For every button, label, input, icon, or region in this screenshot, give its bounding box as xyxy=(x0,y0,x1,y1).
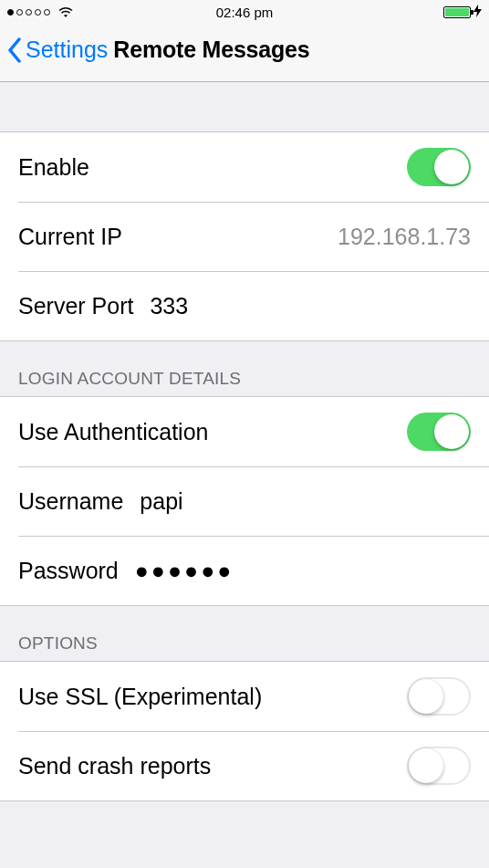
crash-reports-switch[interactable] xyxy=(407,747,471,785)
password-row[interactable]: Password ●●●●●● xyxy=(0,536,489,605)
page-title: Remote Messages xyxy=(113,37,309,63)
status-left xyxy=(7,5,74,18)
navigation-bar: Settings Remote Messages xyxy=(0,24,489,82)
password-value[interactable]: ●●●●●● xyxy=(135,558,234,584)
server-port-value[interactable]: 333 xyxy=(150,293,188,319)
options-group: Use SSL (Experimental) Send crash report… xyxy=(0,661,489,801)
current-ip-value: 192.168.1.73 xyxy=(338,224,471,250)
use-auth-label: Use Authentication xyxy=(18,419,208,445)
signal-strength-icon xyxy=(7,9,50,16)
current-ip-row: Current IP 192.168.1.73 xyxy=(0,202,489,271)
enable-switch[interactable] xyxy=(407,148,471,186)
login-group: Use Authentication Username papi Passwor… xyxy=(0,396,489,606)
password-label: Password xyxy=(18,558,119,584)
enable-row[interactable]: Enable xyxy=(0,132,489,202)
use-auth-switch[interactable] xyxy=(407,413,471,451)
server-port-row[interactable]: Server Port 333 xyxy=(0,271,489,340)
options-header: OPTIONS xyxy=(0,606,489,661)
enable-label: Enable xyxy=(18,154,89,181)
options-section: OPTIONS Use SSL (Experimental) Send cras… xyxy=(0,606,489,801)
back-label: Settings xyxy=(26,37,108,63)
username-value[interactable]: papi xyxy=(140,488,182,515)
current-ip-label: Current IP xyxy=(18,224,122,250)
battery-icon xyxy=(443,6,471,18)
use-ssl-row[interactable]: Use SSL (Experimental) xyxy=(0,662,489,731)
login-section: LOGIN ACCOUNT DETAILS Use Authentication… xyxy=(0,341,489,606)
username-row[interactable]: Username papi xyxy=(0,466,489,536)
back-button[interactable]: Settings xyxy=(7,37,108,63)
back-chevron-icon xyxy=(7,37,22,63)
crash-reports-label: Send crash reports xyxy=(18,753,211,779)
use-auth-row[interactable]: Use Authentication xyxy=(0,397,489,466)
use-ssl-switch[interactable] xyxy=(407,677,471,716)
login-header: LOGIN ACCOUNT DETAILS xyxy=(0,341,489,396)
wifi-icon xyxy=(57,5,74,18)
status-bar: 02:46 pm xyxy=(0,0,489,24)
charging-icon xyxy=(473,5,482,19)
status-time: 02:46 pm xyxy=(216,5,274,20)
crash-reports-row[interactable]: Send crash reports xyxy=(0,731,489,800)
username-label: Username xyxy=(18,488,123,515)
status-right xyxy=(443,5,482,19)
server-port-label: Server Port xyxy=(18,293,133,319)
use-ssl-label: Use SSL (Experimental) xyxy=(18,684,262,710)
server-group: Enable Current IP 192.168.1.73 Server Po… xyxy=(0,131,489,341)
